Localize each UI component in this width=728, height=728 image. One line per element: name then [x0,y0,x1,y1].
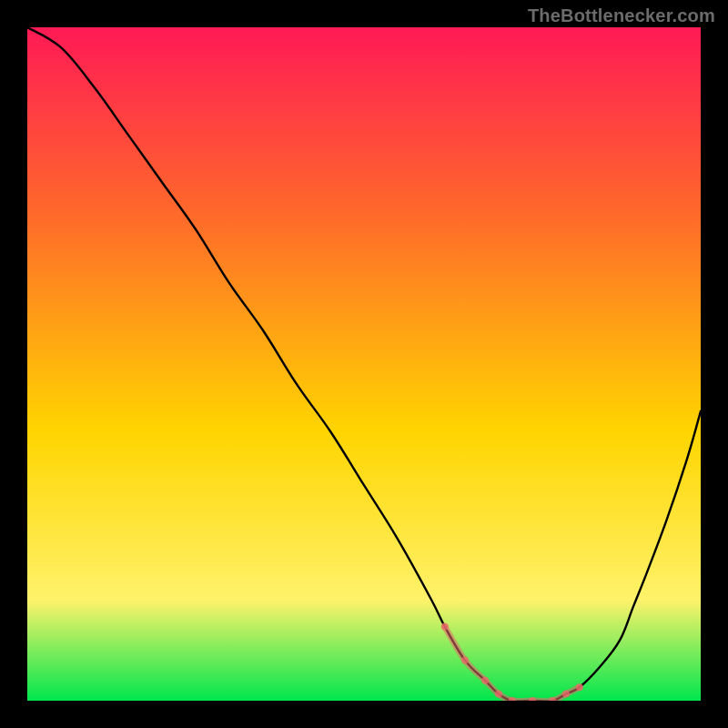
accent-dot [481,677,489,684]
accent-dot [461,657,469,664]
chart-stage: TheBottlenecker.com [0,0,728,728]
chart-svg [27,27,701,701]
accent-dot [495,691,502,698]
gradient-background [27,27,701,701]
accent-dot [562,691,570,698]
accent-dot [576,683,583,691]
watermark-text: TheBottlenecker.com [528,5,715,26]
plot-area [27,27,701,701]
accent-dot [441,623,449,631]
